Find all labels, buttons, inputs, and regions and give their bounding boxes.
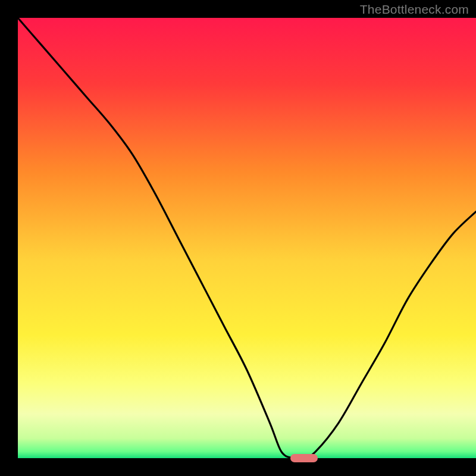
attribution-watermark: TheBottleneck.com xyxy=(360,2,469,17)
plot-background xyxy=(18,18,476,458)
chart-container: TheBottleneck.com xyxy=(0,0,476,476)
bottleneck-chart xyxy=(0,0,476,476)
optimal-range-marker xyxy=(290,454,318,462)
